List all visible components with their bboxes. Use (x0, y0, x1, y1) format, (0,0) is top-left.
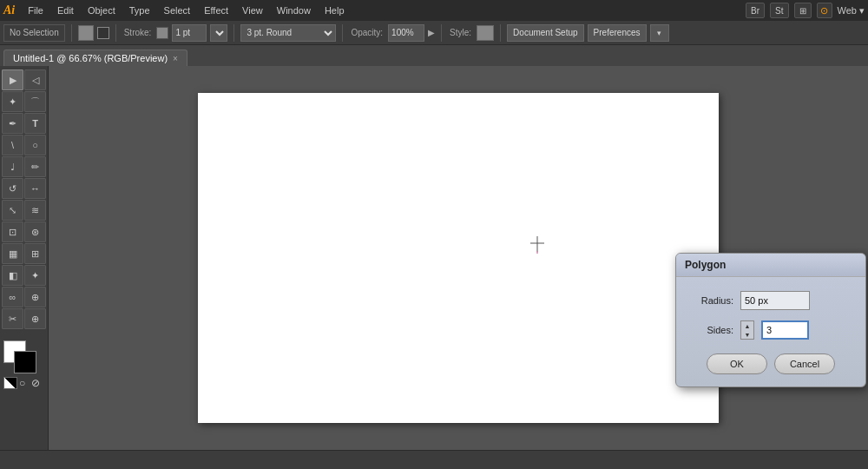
symbol-tool[interactable]: ⊛ (24, 221, 46, 242)
sep1 (71, 24, 72, 42)
sep4 (342, 24, 343, 42)
app-icons-right: Br St ⊞ ⊙ Web ▾ (746, 3, 865, 18)
stroke-label: Stroke: (122, 28, 154, 37)
select-tool[interactable]: ▶ (2, 69, 23, 90)
tool-row-1: ▶ ◁ (2, 69, 46, 90)
gradient-tool[interactable]: ◧ (2, 265, 23, 286)
main-layout: ▶ ◁ ✦ ⌒ ✒ T \ ○ ♩ ✏ ↺ ↔ ⤡ ≋ ⊡ ⊛ (0, 66, 868, 450)
menu-select[interactable]: Select (158, 3, 197, 17)
cursor-crosshair (530, 236, 544, 255)
opacity-input[interactable] (388, 24, 424, 42)
sep6 (500, 24, 501, 42)
stroke-preview (156, 27, 168, 39)
sides-label: Sides: (690, 325, 733, 335)
toolbar-more-btn[interactable]: ▾ (650, 24, 669, 42)
reflect-tool[interactable]: ↔ (24, 178, 46, 199)
column-graph-tool[interactable]: ▦ (2, 243, 23, 264)
lasso-tool[interactable]: ⌒ (24, 91, 46, 112)
radius-label: Radius: (690, 295, 733, 306)
preferences-btn[interactable]: Preferences (588, 24, 647, 42)
document-setup-btn[interactable]: Document Setup (507, 24, 584, 42)
stroke-mode-icon[interactable] (97, 27, 109, 39)
free-transform-tool[interactable]: ⊡ (2, 221, 23, 242)
menu-view[interactable]: View (236, 3, 269, 17)
sep5 (441, 24, 442, 42)
color-pair (3, 340, 36, 373)
document-tab[interactable]: Untitled-1 @ 66.67% (RGB/Preview) × (3, 50, 187, 66)
bridge-icon[interactable]: Br (746, 3, 765, 18)
menu-file[interactable]: File (22, 3, 49, 17)
grid-icon[interactable]: ⊞ (794, 3, 812, 18)
zoom-tool[interactable]: ⊕ (24, 308, 46, 329)
sides-input[interactable] (761, 320, 809, 340)
brush-select[interactable]: 3 pt. Round (240, 24, 336, 42)
canvas-area: Polygon Radius: Sides: ▲ ▼ (49, 66, 868, 450)
menu-window[interactable]: Window (271, 3, 317, 17)
live-paint-tool[interactable]: ⊕ (24, 287, 46, 307)
opacity-more-btn[interactable]: ▶ (428, 28, 435, 37)
opacity-label: Opacity: (349, 28, 385, 37)
cancel-button[interactable]: Cancel (774, 353, 835, 374)
menu-edit[interactable]: Edit (51, 3, 80, 17)
no-fill-btn[interactable]: ⊘ (31, 377, 42, 387)
background-color[interactable] (14, 351, 36, 373)
line-tool[interactable]: \ (2, 135, 23, 155)
menu-type[interactable]: Type (123, 3, 156, 17)
tab-close-btn[interactable]: × (173, 54, 178, 63)
radius-input[interactable] (740, 291, 810, 310)
menu-help[interactable]: Help (319, 3, 351, 17)
spinner-down-btn[interactable]: ▼ (741, 330, 753, 339)
toolbar: No Selection Stroke: ▾ 3 pt. Round Opaci… (0, 21, 868, 45)
style-swatch[interactable] (477, 25, 494, 41)
tool-row-5: ♩ ✏ (2, 156, 46, 177)
type-tool[interactable]: T (24, 113, 46, 134)
toolbox: ▶ ◁ ✦ ⌒ ✒ T \ ○ ♩ ✏ ↺ ↔ ⤡ ≋ ⊡ ⊛ (0, 66, 49, 450)
tool-row-8: ⊡ ⊛ (2, 221, 46, 242)
spinner-up-btn[interactable]: ▲ (741, 321, 753, 330)
style-label: Style: (448, 28, 473, 37)
tool-colors: ○ ⊘ (2, 337, 46, 393)
tool-row-11: ∞ ⊕ (2, 287, 46, 307)
eyedropper-tool[interactable]: ✦ (24, 265, 46, 286)
warp-tool[interactable]: ≋ (24, 200, 46, 221)
broadcast-icon[interactable]: ⊙ (817, 3, 832, 18)
pen-tool[interactable]: ✒ (2, 113, 23, 134)
dialog-buttons: OK Cancel (676, 350, 865, 386)
tool-row-10: ◧ ✦ (2, 265, 46, 286)
scale-tool[interactable]: ⤡ (2, 200, 23, 221)
menu-object[interactable]: Object (82, 3, 122, 17)
mesh-tool[interactable]: ⊞ (24, 243, 46, 264)
tool-row-2: ✦ ⌒ (2, 91, 46, 112)
color-mode-row: ○ ⊘ (3, 377, 44, 389)
magic-wand-tool[interactable]: ✦ (2, 91, 23, 112)
polygon-dialog: Polygon Radius: Sides: ▲ ▼ (675, 253, 866, 387)
direct-select-tool[interactable]: ◁ (24, 69, 46, 90)
artboard (198, 93, 719, 423)
rotate-tool[interactable]: ↺ (2, 178, 23, 199)
dialog-titlebar: Polygon (676, 254, 865, 277)
stroke-width-input[interactable] (172, 24, 207, 42)
dialog-body: Radius: Sides: ▲ ▼ (676, 277, 865, 350)
sides-row: Sides: ▲ ▼ (690, 320, 852, 340)
blend-tool[interactable]: ∞ (2, 287, 23, 307)
menu-bar: Ai File Edit Object Type Select Effect V… (0, 0, 868, 21)
ellipse-tool[interactable]: ○ (24, 135, 46, 155)
radius-row: Radius: (690, 291, 852, 310)
tool-row-7: ⤡ ≋ (2, 200, 46, 221)
normal-mode-btn[interactable]: ○ (19, 377, 30, 387)
fill-color-swatch[interactable] (78, 25, 94, 41)
paintbrush-tool[interactable]: ♩ (2, 156, 23, 177)
sep3 (233, 24, 234, 42)
pencil-tool[interactable]: ✏ (24, 156, 46, 177)
ok-button[interactable]: OK (707, 353, 767, 374)
stock-icon[interactable]: St (770, 3, 788, 18)
tool-row-4: \ ○ (2, 135, 46, 155)
app-logo: Ai (3, 4, 15, 17)
web-workspace-label[interactable]: Web ▾ (838, 5, 865, 17)
swap-colors-btn[interactable] (3, 377, 17, 389)
menu-effect[interactable]: Effect (198, 3, 234, 17)
sides-spinner[interactable]: ▲ ▼ (740, 320, 754, 340)
scissors-tool[interactable]: ✂ (2, 308, 23, 329)
stroke-unit-select[interactable]: ▾ (210, 24, 227, 42)
tab-bar: Untitled-1 @ 66.67% (RGB/Preview) × (0, 45, 868, 66)
